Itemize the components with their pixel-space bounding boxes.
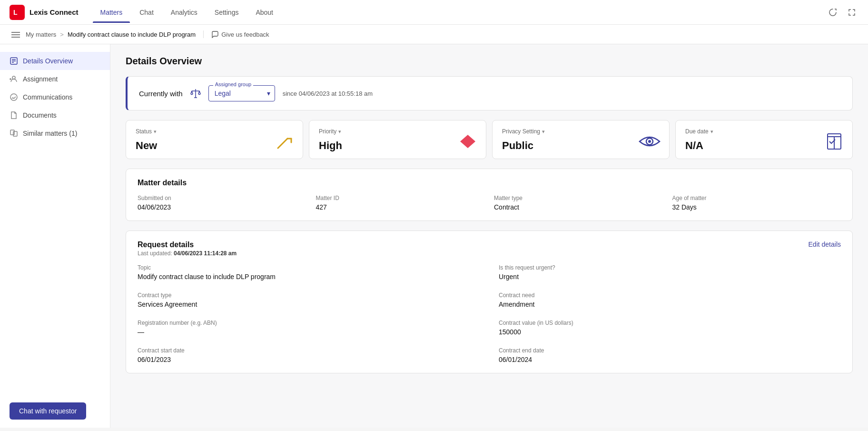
age-value: 32 Days [672, 203, 841, 211]
assigned-group-select[interactable]: Legal [208, 85, 275, 101]
edit-details-link[interactable]: Edit details [809, 241, 841, 248]
sidebar-item-communications[interactable]: Communications [0, 88, 110, 106]
due-date-icon [824, 131, 845, 152]
matter-type-label: Matter type [494, 195, 663, 201]
since-text: since 04/06/2023 at 10:55:18 am [283, 90, 373, 97]
topic-value: Modify contract clause to include DLP pr… [138, 273, 480, 281]
app-name: Lexis Connect [30, 8, 79, 16]
sidebar-item-documents[interactable]: Documents [0, 106, 110, 124]
request-details-section: Request details Last updated: 04/06/2023… [126, 231, 853, 373]
status-cards-row: Status ▾ New Priority ▾ Hig [126, 120, 853, 159]
contract-type-label: Contract type [138, 292, 480, 299]
status-icon [274, 131, 295, 152]
nav-chat[interactable]: Chat [132, 2, 161, 23]
nav-items: Matters Chat Analytics Settings About [93, 2, 826, 23]
contract-value-value: 150000 [499, 328, 841, 336]
priority-card: Priority ▾ High [309, 120, 486, 159]
breadcrumb-parent[interactable]: My matters [26, 31, 56, 38]
matter-details-grid: Submitted on 04/06/2023 Matter ID 427 Ma… [138, 195, 841, 211]
breadcrumb-current: Modify contract clause to include DLP pr… [68, 31, 196, 38]
priority-chevron[interactable]: ▾ [338, 129, 341, 135]
nav-right-icons [826, 6, 858, 19]
assigned-group-select-wrapper: Assigned group Legal ▾ [208, 85, 275, 101]
submitted-on-value: 04/06/2023 [138, 203, 306, 211]
refresh-icon[interactable] [826, 6, 839, 19]
privacy-icon [638, 131, 661, 152]
contract-end-label: Contract end date [499, 347, 841, 354]
topic-item: Topic Modify contract clause to include … [138, 264, 480, 281]
sidebar-item-details-overview[interactable]: Details Overview [0, 52, 110, 70]
nav-about[interactable]: About [248, 2, 281, 23]
reg-number-label: Registration number (e.g. ABN) [138, 320, 480, 326]
status-card: Status ▾ New [126, 120, 303, 159]
status-chevron[interactable]: ▾ [154, 129, 157, 135]
privacy-label: Privacy Setting ▾ [502, 128, 660, 135]
svg-point-11 [10, 94, 17, 100]
priority-icon [457, 131, 478, 152]
nav-analytics[interactable]: Analytics [163, 2, 205, 23]
sidebar-label-similar: Similar matters (1) [23, 130, 77, 137]
top-nav: L Lexis Connect Matters Chat Analytics S… [0, 0, 868, 25]
expand-icon[interactable] [845, 6, 858, 19]
assigned-group-label: Assigned group [213, 81, 253, 87]
app-logo-icon: L [10, 5, 25, 20]
matter-details-card: Matter details Submitted on 04/06/2023 M… [126, 169, 853, 221]
urgent-label: Is this request urgent? [499, 264, 841, 271]
privacy-chevron[interactable]: ▾ [542, 129, 545, 135]
contract-need-value: Amendment [499, 301, 841, 308]
contract-type-item: Contract type Services Agreement [138, 292, 480, 308]
sidebar-item-similar-matters[interactable]: Similar matters (1) [0, 124, 110, 142]
svg-line-17 [278, 139, 287, 148]
currently-with-label: Currently with [139, 90, 183, 98]
contract-need-label: Contract need [499, 292, 841, 299]
sidebar-label-communications: Communications [23, 93, 72, 101]
sidebar-bottom: Chat with requestor [10, 402, 86, 420]
contract-start-item: Contract start date 06/01/2023 [138, 347, 480, 363]
svg-marker-20 [460, 135, 475, 148]
contract-end-value: 06/01/2024 [499, 356, 841, 363]
feedback-label: Give us feedback [221, 31, 269, 38]
due-date-card: Due date ▾ N/A [675, 120, 853, 159]
breadcrumb-separator: > [60, 31, 64, 38]
scales-icon [190, 88, 201, 99]
topic-label: Topic [138, 264, 480, 271]
matter-type-value: Contract [494, 203, 663, 211]
request-updated: Last updated: 04/06/2023 11:14:28 am [138, 250, 237, 257]
priority-label: Priority ▾ [319, 128, 476, 135]
matter-id-item: Matter ID 427 [316, 195, 485, 211]
due-date-value: N/A [685, 140, 843, 152]
main-layout: Details Overview Assignment Communicatio… [0, 44, 868, 428]
svg-rect-12 [10, 130, 14, 135]
matter-id-label: Matter ID [316, 195, 485, 201]
sidebar: Details Overview Assignment Communicatio… [0, 44, 110, 428]
privacy-card: Privacy Setting ▾ Public [492, 120, 670, 159]
contract-start-value: 06/01/2023 [138, 356, 480, 363]
logo-area: L Lexis Connect [10, 5, 79, 20]
nav-settings[interactable]: Settings [207, 2, 247, 23]
reg-number-value: — [138, 328, 480, 336]
page-title: Details Overview [126, 56, 853, 67]
sidebar-label-documents: Documents [23, 111, 57, 119]
feedback-link[interactable]: Give us feedback [211, 30, 269, 38]
urgent-value: Urgent [499, 273, 841, 281]
age-of-matter-item: Age of matter 32 Days [672, 195, 841, 211]
svg-point-8 [12, 76, 15, 79]
due-date-chevron[interactable]: ▾ [710, 129, 713, 135]
nav-matters[interactable]: Matters [93, 2, 130, 23]
sidebar-item-assignment[interactable]: Assignment [0, 70, 110, 88]
svg-rect-13 [13, 131, 17, 136]
svg-text:L: L [13, 9, 18, 16]
breadcrumb-menu-icon[interactable] [11, 30, 20, 38]
sidebar-label-details: Details Overview [23, 57, 73, 65]
currently-with-card: Currently with Assigned group Legal ▾ si… [126, 76, 853, 110]
chat-with-requestor-button[interactable]: Chat with requestor [10, 402, 86, 420]
due-date-label: Due date ▾ [685, 128, 843, 135]
contract-type-value: Services Agreement [138, 301, 480, 308]
svg-point-22 [648, 140, 651, 143]
urgent-item: Is this request urgent? Urgent [499, 264, 841, 281]
submitted-on-item: Submitted on 04/06/2023 [138, 195, 306, 211]
contract-end-item: Contract end date 06/01/2024 [499, 347, 841, 363]
matter-id-value: 427 [316, 203, 485, 211]
main-content: Details Overview Currently with Assigned… [110, 44, 868, 428]
status-value: New [136, 140, 293, 152]
